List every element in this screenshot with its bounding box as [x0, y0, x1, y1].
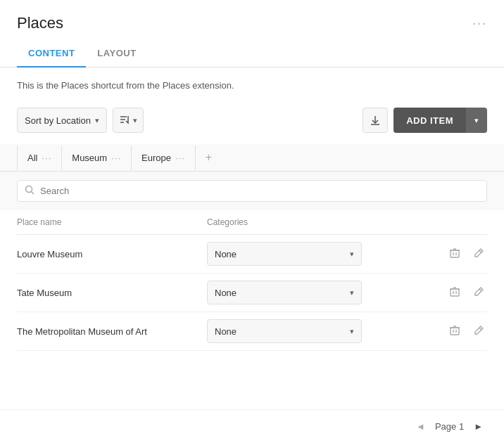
- svg-rect-13: [451, 289, 459, 296]
- edit-icon[interactable]: [470, 245, 487, 264]
- filter-tab-europe-label: Europe: [141, 153, 171, 163]
- row-category: None ▾: [207, 281, 390, 304]
- pagination: ◄ Page 1 ►: [0, 409, 504, 443]
- row-actions: [390, 245, 487, 264]
- row-category: None ▾: [207, 319, 390, 343]
- add-item-group: ADD ITEM ▾: [393, 108, 487, 133]
- page-title: Places: [17, 14, 63, 32]
- search-input[interactable]: [40, 186, 479, 196]
- page-container: Places ··· CONTENT LAYOUT This is the Pl…: [0, 0, 504, 443]
- filter-tab-europe[interactable]: Europe ···: [132, 146, 196, 170]
- svg-line-12: [479, 250, 481, 252]
- row-place-name: The Metropolitan Museum of Art: [17, 326, 207, 337]
- download-button[interactable]: [363, 108, 388, 133]
- header: Places ···: [0, 0, 504, 39]
- category-select[interactable]: None ▾: [207, 281, 362, 304]
- tabs-bar: CONTENT LAYOUT: [0, 39, 504, 68]
- column-header-name: Place name: [17, 217, 207, 227]
- delete-icon[interactable]: [446, 283, 463, 302]
- more-options-icon[interactable]: ···: [472, 16, 487, 31]
- row-actions: [390, 322, 487, 341]
- edit-icon[interactable]: [470, 283, 487, 302]
- row-category: None ▾: [207, 242, 390, 266]
- category-value: None: [215, 249, 237, 259]
- description-text: This is the Places shortcut from the Pla…: [0, 68, 504, 102]
- svg-line-6: [32, 192, 34, 195]
- sort-dropdown-label: Sort by Location: [25, 115, 91, 126]
- svg-rect-7: [451, 250, 459, 257]
- category-value: None: [215, 288, 237, 298]
- sort-order-button[interactable]: ▾: [113, 108, 144, 133]
- svg-rect-19: [451, 328, 459, 335]
- table-row: Tate Museum None ▾: [17, 274, 487, 312]
- sort-dropdown-chevron: ▾: [95, 116, 99, 125]
- edit-icon[interactable]: [470, 322, 487, 341]
- pagination-next-button[interactable]: ►: [470, 420, 487, 433]
- filter-tab-museum[interactable]: Museum ···: [62, 146, 132, 170]
- table-row: The Metropolitan Museum of Art None ▾: [17, 312, 487, 351]
- add-item-button[interactable]: ADD ITEM: [393, 108, 466, 133]
- svg-line-18: [479, 289, 481, 291]
- pagination-label: Page 1: [435, 421, 464, 432]
- sort-order-chevron: ▾: [133, 116, 137, 125]
- search-container: [0, 172, 504, 210]
- row-actions: [390, 283, 487, 302]
- row-place-name: Tate Museum: [17, 288, 207, 298]
- svg-point-5: [26, 186, 32, 193]
- search-input-wrap: [17, 180, 487, 202]
- sort-order-icon: [119, 114, 130, 127]
- add-item-dropdown-button[interactable]: ▾: [466, 108, 487, 133]
- category-select[interactable]: None ▾: [207, 319, 362, 343]
- delete-icon[interactable]: [446, 245, 463, 264]
- filter-tabs: All ··· Museum ··· Europe ··· +: [0, 144, 504, 172]
- category-chevron: ▾: [350, 327, 354, 336]
- column-header-categories: Categories: [207, 217, 390, 227]
- category-select[interactable]: None ▾: [207, 242, 362, 266]
- toolbar: Sort by Location ▾ ▾ ADD I: [0, 102, 504, 144]
- svg-line-24: [479, 328, 481, 330]
- row-place-name: Louvre Museum: [17, 249, 207, 259]
- category-chevron: ▾: [350, 250, 354, 259]
- filter-tab-europe-dots[interactable]: ···: [175, 153, 185, 163]
- filter-tab-all-dots[interactable]: ···: [42, 153, 51, 163]
- category-value: None: [215, 326, 237, 337]
- pagination-prev-button[interactable]: ◄: [412, 420, 429, 433]
- search-icon: [25, 185, 34, 197]
- filter-tab-all[interactable]: All ···: [17, 146, 62, 170]
- category-chevron: ▾: [350, 288, 354, 297]
- add-filter-tab-button[interactable]: +: [196, 144, 222, 171]
- delete-icon[interactable]: [446, 322, 463, 341]
- filter-tab-all-label: All: [27, 153, 37, 163]
- table-container: Place name Categories Louvre Museum None…: [0, 210, 504, 409]
- tab-layout[interactable]: LAYOUT: [86, 39, 147, 67]
- sort-by-location-dropdown[interactable]: Sort by Location ▾: [17, 108, 107, 133]
- table-header: Place name Categories: [17, 210, 487, 235]
- filter-tab-museum-label: Museum: [72, 153, 107, 163]
- table-row: Louvre Museum None ▾: [17, 235, 487, 274]
- filter-tab-museum-dots[interactable]: ···: [111, 153, 121, 163]
- tab-content[interactable]: CONTENT: [17, 39, 86, 67]
